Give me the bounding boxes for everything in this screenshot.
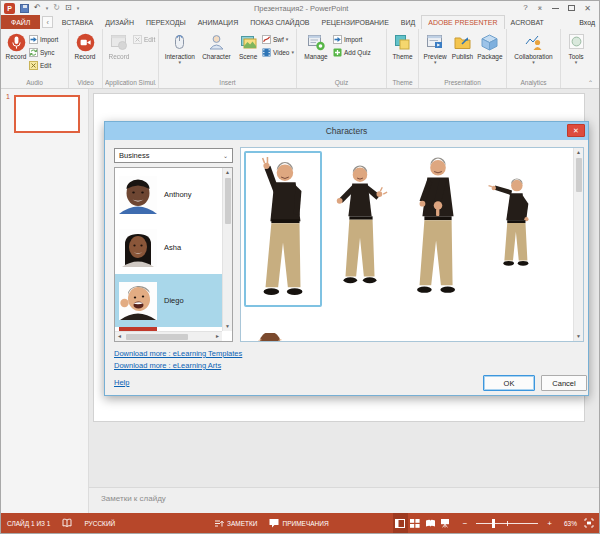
tab-animations[interactable]: АНИМАЦИЯ bbox=[192, 15, 245, 29]
dropdown-caret-icon: ▾ bbox=[434, 60, 437, 64]
zoom-level[interactable]: 63% bbox=[560, 513, 581, 533]
tab-acrobat[interactable]: ACROBAT bbox=[505, 15, 550, 29]
ok-button[interactable]: OK bbox=[483, 375, 535, 391]
undo-caret-icon[interactable]: ▾ bbox=[46, 5, 49, 11]
sign-in-link[interactable]: Вход bbox=[579, 15, 599, 29]
insert-video-button[interactable]: Video ▾ bbox=[262, 46, 294, 58]
scrollbar-thumb[interactable] bbox=[225, 178, 231, 224]
maximize-icon[interactable] bbox=[568, 5, 575, 11]
pose-gallery-vertical-scrollbar[interactable]: ▲ ▼ bbox=[573, 148, 583, 341]
scroll-down-icon[interactable]: ▼ bbox=[223, 322, 232, 331]
collaboration-button[interactable]: Collaboration ▾ bbox=[509, 30, 558, 64]
start-slideshow-icon[interactable]: ⊡ bbox=[65, 4, 72, 12]
scroll-up-icon[interactable]: ▲ bbox=[223, 168, 232, 177]
character-list-horizontal-scrollbar[interactable]: ◄ ► bbox=[115, 331, 222, 341]
audio-edit-button[interactable]: Edit bbox=[29, 59, 58, 71]
zoom-in-button[interactable]: + bbox=[543, 513, 560, 533]
category-dropdown[interactable]: Business ⌄ bbox=[114, 148, 233, 163]
film-icon bbox=[262, 48, 271, 57]
tab-transitions[interactable]: ПЕРЕХОДЫ bbox=[140, 15, 192, 29]
list-item-anthony[interactable]: Anthony bbox=[115, 168, 222, 221]
theme-button[interactable]: Theme bbox=[389, 30, 416, 60]
tab-review[interactable]: РЕЦЕНЗИРОВАНИЕ bbox=[316, 15, 395, 29]
video-record-button[interactable]: Record bbox=[71, 30, 99, 60]
save-icon[interactable] bbox=[20, 4, 29, 13]
undo-icon[interactable]: ↶ bbox=[34, 4, 41, 12]
audio-record-button[interactable]: Record bbox=[3, 30, 29, 60]
proofing-button[interactable] bbox=[56, 513, 78, 533]
tab-scroll-left[interactable]: ‹ bbox=[42, 16, 52, 28]
quiz-add-button[interactable]: Add Quiz bbox=[333, 46, 371, 58]
close-icon[interactable]: ✕ bbox=[584, 4, 591, 13]
pose-hands-out[interactable] bbox=[329, 162, 391, 290]
preview-button[interactable]: Preview ▾ bbox=[421, 30, 449, 64]
ribbon-options-icon[interactable]: ⌅ bbox=[537, 4, 544, 12]
pose-pointing-forward[interactable] bbox=[403, 153, 473, 299]
dialog-close-icon[interactable]: ✕ bbox=[567, 124, 585, 137]
comments-toggle[interactable]: ПРИМЕЧАНИЯ bbox=[263, 513, 334, 533]
list-item-asha[interactable]: Asha bbox=[115, 221, 222, 274]
scrollbar-thumb[interactable] bbox=[576, 158, 582, 192]
audio-import-button[interactable]: Import bbox=[29, 33, 58, 45]
preview-window-icon bbox=[426, 32, 445, 53]
redo-icon[interactable]: ↻ bbox=[53, 4, 60, 12]
microphone-icon bbox=[7, 32, 26, 53]
fit-slide-button[interactable] bbox=[581, 513, 600, 533]
scroll-down-icon[interactable]: ▼ bbox=[574, 332, 583, 341]
character-list-vertical-scrollbar[interactable]: ▲ ▼ bbox=[222, 168, 232, 331]
view-normal-button[interactable] bbox=[393, 513, 408, 533]
insert-swf-button[interactable]: Swf ▾ bbox=[262, 33, 294, 45]
scrollbar-thumb[interactable] bbox=[126, 334, 188, 340]
download-templates-link[interactable]: Download more : eLearning Templates bbox=[114, 349, 242, 358]
tab-adobe-presenter[interactable]: ADOBE PRESENTER bbox=[421, 15, 504, 29]
download-arts-link[interactable]: Download more : eLearning Arts bbox=[114, 361, 221, 370]
tools-button[interactable]: Tools ▾ bbox=[563, 30, 589, 64]
character-button[interactable]: Character bbox=[199, 30, 235, 60]
pose-selected[interactable] bbox=[244, 151, 322, 307]
zoom-slider-thumb[interactable] bbox=[492, 519, 495, 528]
pose-pointing-left[interactable] bbox=[487, 176, 539, 272]
slide-thumbnails-panel: 1 bbox=[1, 89, 89, 515]
scene-button[interactable]: Scene bbox=[234, 30, 262, 60]
video-camera-icon bbox=[76, 32, 95, 53]
app-window-icon bbox=[110, 32, 129, 53]
view-slide-sorter-button[interactable] bbox=[408, 513, 423, 533]
zoom-out-button[interactable]: − bbox=[453, 513, 472, 533]
help-icon[interactable]: ? bbox=[523, 4, 527, 12]
scroll-up-icon[interactable]: ▲ bbox=[574, 148, 583, 157]
notes-toggle[interactable]: ЗАМЕТКИ bbox=[208, 513, 263, 533]
zoom-slider[interactable] bbox=[476, 523, 538, 524]
help-link[interactable]: Help bbox=[114, 378, 129, 387]
tab-view[interactable]: ВИД bbox=[395, 15, 421, 29]
quiz-manage-button[interactable]: Manage bbox=[299, 30, 333, 60]
powerpoint-logo-icon[interactable]: P bbox=[4, 3, 15, 14]
dialog-title-bar[interactable]: Characters ✕ bbox=[105, 122, 588, 140]
view-slideshow-button[interactable] bbox=[438, 513, 453, 533]
audio-sync-button[interactable]: Sync bbox=[29, 46, 58, 58]
publish-button[interactable]: Publish bbox=[449, 30, 475, 60]
package-button[interactable]: Package bbox=[476, 30, 504, 60]
scroll-right-icon[interactable]: ► bbox=[213, 332, 222, 341]
theme-layers-icon bbox=[393, 32, 412, 53]
tab-insert[interactable]: ВСТАВКА bbox=[56, 15, 99, 29]
group-label-theme: Theme bbox=[389, 78, 416, 88]
quiz-import-button[interactable]: Import bbox=[333, 33, 371, 45]
cancel-button[interactable]: Cancel bbox=[541, 375, 587, 391]
collapse-ribbon-icon[interactable]: ⌃ bbox=[588, 79, 593, 86]
appsim-record-button[interactable]: Record bbox=[105, 30, 133, 60]
list-item-diego-selected[interactable]: Diego bbox=[115, 274, 222, 327]
interaction-button[interactable]: Interaction ▾ bbox=[161, 30, 199, 64]
slide-thumbnail[interactable] bbox=[14, 95, 80, 133]
language-button[interactable]: РУССКИЙ bbox=[78, 513, 121, 533]
scroll-left-icon[interactable]: ◄ bbox=[115, 332, 124, 341]
tab-design[interactable]: ДИЗАЙН bbox=[99, 15, 140, 29]
appsim-edit-button[interactable]: Edit bbox=[133, 33, 155, 45]
swf-icon bbox=[262, 35, 271, 44]
view-reading-button[interactable] bbox=[423, 513, 438, 533]
window-controls: ? ⌅ ✕ bbox=[523, 4, 599, 13]
minimize-icon[interactable] bbox=[552, 8, 559, 9]
window-title: Презентация2 - PowerPoint bbox=[79, 4, 523, 13]
tab-slideshow[interactable]: ПОКАЗ СЛАЙДОВ bbox=[244, 15, 315, 29]
tab-file[interactable]: ФАЙЛ bbox=[1, 15, 40, 29]
notes-pane[interactable]: Заметки к слайду bbox=[89, 487, 600, 515]
